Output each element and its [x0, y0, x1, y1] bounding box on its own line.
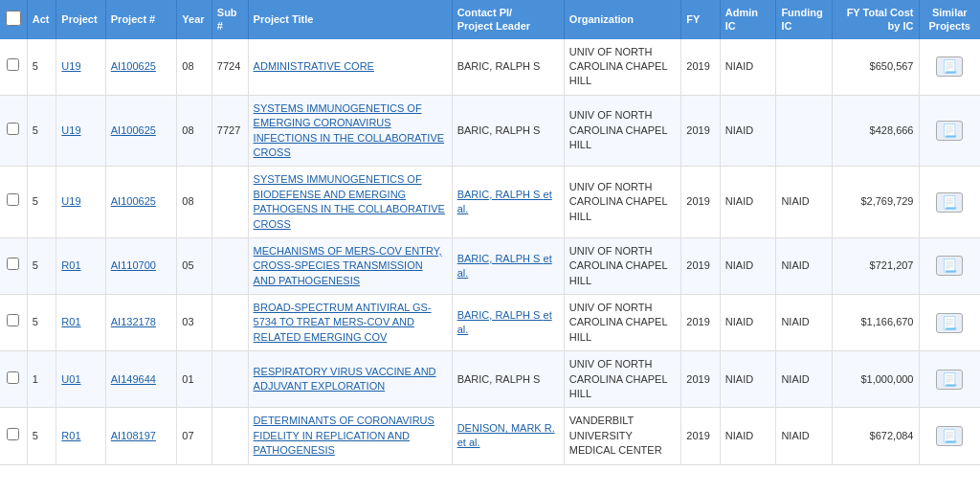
row-project-num[interactable]: AI132178 — [105, 295, 177, 351]
row-project-type[interactable]: U19 — [56, 39, 105, 96]
similar-projects-button[interactable]: 📃 — [936, 121, 963, 141]
row-checkbox[interactable] — [7, 371, 19, 384]
row-admin-ic: NIAID — [720, 39, 776, 96]
row-similar-cell[interactable]: 📃 — [919, 167, 980, 238]
select-all-header[interactable] — [0, 0, 27, 39]
row-project-num[interactable]: AI110700 — [105, 237, 177, 294]
col-header-admin-ic[interactable]: Admin IC — [720, 0, 776, 39]
row-funding-ic: NIAID — [776, 408, 833, 464]
similar-projects-button[interactable]: 📃 — [936, 426, 963, 446]
row-project-num[interactable]: AI108197 — [105, 408, 177, 464]
similar-projects-button[interactable]: 📃 — [936, 370, 963, 390]
row-fy: 2019 — [681, 351, 720, 408]
row-title[interactable]: SYSTEMS IMMUNOGENETICS OF EMERGING CORON… — [248, 95, 452, 167]
row-project-type[interactable]: R01 — [56, 295, 105, 351]
row-admin-ic: NIAID — [720, 351, 776, 408]
row-act: 5 — [27, 237, 56, 294]
row-project-type[interactable]: U19 — [56, 167, 105, 238]
table-row: 5R01AI11070005MECHANISMS OF MERS-COV ENT… — [0, 237, 980, 294]
row-admin-ic: NIAID — [720, 295, 776, 351]
row-similar-cell[interactable]: 📃 — [919, 351, 980, 408]
row-title[interactable]: BROAD-SPECTRUM ANTIVIRAL GS-5734 TO TREA… — [248, 295, 452, 351]
row-total-cost: $2,769,729 — [832, 167, 919, 238]
row-checkbox[interactable] — [7, 314, 19, 326]
col-header-funding-ic[interactable]: Funding IC — [776, 0, 833, 39]
row-fy: 2019 — [681, 237, 720, 294]
col-header-fy[interactable]: FY — [681, 0, 720, 39]
col-header-sub[interactable]: Sub # — [212, 0, 248, 39]
row-project-num[interactable]: AI100625 — [105, 167, 177, 238]
row-similar-cell[interactable]: 📃 — [919, 39, 980, 96]
col-header-act[interactable]: Act — [27, 0, 56, 39]
row-year: 01 — [177, 351, 212, 408]
row-org: UNIV OF NORTH CAROLINA CHAPEL HILL — [564, 167, 681, 238]
row-admin-ic: NIAID — [720, 167, 776, 238]
row-title[interactable]: SYSTEMS IMMUNOGENETICS OF BIODEFENSE AND… — [248, 167, 452, 238]
row-checkbox-cell — [0, 39, 27, 96]
row-sub — [212, 295, 248, 351]
row-checkbox[interactable] — [7, 193, 19, 206]
row-checkbox[interactable] — [7, 123, 19, 135]
similar-projects-button[interactable]: 📃 — [936, 56, 963, 77]
row-org: UNIV OF NORTH CAROLINA CHAPEL HILL — [564, 95, 681, 167]
results-table: Act Project Project # Year Sub # Project… — [0, 0, 980, 465]
row-funding-ic: NIAID — [776, 237, 833, 294]
col-header-title[interactable]: Project Title — [248, 0, 452, 39]
row-total-cost: $428,666 — [832, 95, 919, 167]
row-contact-pi[interactable]: BARIC, RALPH S et al. — [452, 167, 564, 238]
row-similar-cell[interactable]: 📃 — [919, 95, 980, 167]
row-project-type[interactable]: R01 — [56, 408, 105, 464]
row-total-cost: $1,000,000 — [832, 351, 919, 408]
row-project-num[interactable]: AI100625 — [105, 39, 177, 96]
row-sub — [212, 351, 248, 408]
row-act: 5 — [27, 39, 56, 96]
similar-projects-button[interactable]: 📃 — [936, 313, 963, 333]
row-admin-ic: NIAID — [720, 95, 776, 167]
row-fy: 2019 — [681, 39, 720, 96]
col-header-contact-pi[interactable]: Contact PI/Project Leader — [452, 0, 564, 39]
row-act: 5 — [27, 408, 56, 464]
row-checkbox[interactable] — [7, 428, 19, 440]
row-year: 08 — [177, 39, 212, 96]
row-admin-ic: NIAID — [720, 408, 776, 464]
row-sub — [212, 237, 248, 294]
row-contact-pi[interactable]: BARIC, RALPH S et al. — [452, 237, 564, 294]
row-project-type[interactable]: U01 — [56, 351, 105, 408]
row-funding-ic — [776, 95, 833, 167]
row-total-cost: $721,207 — [832, 237, 919, 294]
row-year: 03 — [177, 295, 212, 351]
row-checkbox[interactable] — [7, 258, 19, 270]
col-header-org[interactable]: Organization — [564, 0, 681, 39]
row-title[interactable]: RESPIRATORY VIRUS VACCINE AND ADJUVANT E… — [248, 351, 452, 408]
row-similar-cell[interactable]: 📃 — [919, 295, 980, 351]
row-title[interactable]: MECHANISMS OF MERS-COV ENTRY, CROSS-SPEC… — [248, 237, 452, 294]
row-org: VANDERBILT UNIVERSITY MEDICAL CENTER — [564, 408, 681, 464]
similar-projects-button[interactable]: 📃 — [936, 256, 963, 276]
row-year: 08 — [177, 95, 212, 167]
row-similar-cell[interactable]: 📃 — [919, 408, 980, 464]
table-row: 5R01AI10819707DETERMINANTS OF CORONAVIRU… — [0, 408, 980, 464]
row-fy: 2019 — [681, 95, 720, 167]
col-header-total-cost[interactable]: FY Total Cost by IC — [832, 0, 919, 39]
row-project-type[interactable]: U19 — [56, 95, 105, 167]
row-title[interactable]: ADMINISTRATIVE CORE — [248, 39, 452, 96]
row-contact-pi[interactable]: BARIC, RALPH S et al. — [452, 295, 564, 351]
row-sub — [212, 408, 248, 464]
row-project-num[interactable]: AI149644 — [105, 351, 177, 408]
row-contact-pi[interactable]: DENISON, MARK R. et al. — [452, 408, 564, 464]
col-header-project-num[interactable]: Project # — [105, 0, 177, 39]
row-checkbox[interactable] — [7, 58, 19, 71]
row-sub — [212, 167, 248, 238]
select-all-checkbox[interactable] — [6, 11, 21, 26]
row-project-num[interactable]: AI100625 — [105, 95, 177, 167]
row-project-type[interactable]: R01 — [56, 237, 105, 294]
col-header-year[interactable]: Year — [177, 0, 212, 39]
row-year: 07 — [177, 408, 212, 464]
row-funding-ic — [776, 39, 833, 96]
row-total-cost: $650,567 — [832, 39, 919, 96]
col-header-project-type[interactable]: Project — [56, 0, 105, 39]
similar-projects-button[interactable]: 📃 — [936, 192, 963, 213]
row-similar-cell[interactable]: 📃 — [919, 237, 980, 294]
row-total-cost: $1,166,670 — [832, 295, 919, 351]
row-title[interactable]: DETERMINANTS OF CORONAVIRUS FIDELITY IN … — [248, 408, 452, 464]
